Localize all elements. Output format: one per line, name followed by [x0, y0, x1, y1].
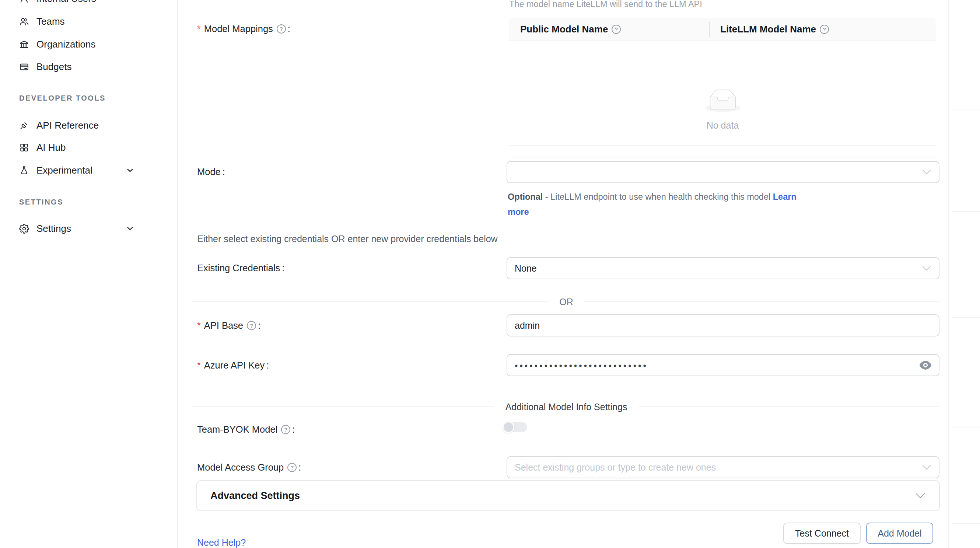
rail-line	[952, 427, 980, 428]
sidebar-item-internal-users[interactable]: Internal Users	[19, 0, 96, 9]
sidebar-item-api-reference[interactable]: API Reference	[19, 115, 99, 135]
existing-credentials-label: Existing Credentials:	[197, 262, 285, 274]
eye-icon[interactable]	[920, 361, 931, 370]
api-base-label: * API Base :	[197, 320, 261, 331]
existing-credentials-select[interactable]: None	[507, 257, 939, 279]
mode-select[interactable]	[507, 161, 939, 183]
empty-inbox-icon	[705, 89, 741, 112]
chevron-down-icon	[915, 492, 926, 499]
help-icon[interactable]	[281, 425, 290, 434]
select-placeholder: Select existing groups or type to create…	[515, 462, 716, 473]
user-icon	[19, 0, 29, 4]
sidebar-item-label: AI Hub	[37, 142, 66, 153]
sidebar: Internal Users Teams Organizations	[0, 0, 178, 548]
no-data-text: No data	[509, 120, 936, 131]
team-byok-toggle[interactable]	[503, 422, 527, 432]
content-right-border	[948, 0, 949, 548]
sidebar-item-budgets[interactable]: Budgets	[19, 56, 72, 77]
table-footer-line	[509, 146, 936, 158]
additional-settings-divider: Additional Model Info Settings	[193, 402, 939, 412]
mode-label: Mode:	[197, 166, 225, 177]
model-mappings-label: * Model Mappings :	[197, 23, 290, 34]
sidebar-item-label: Teams	[37, 16, 65, 27]
mode-helper-text: Optional - LiteLLM endpoint to use when …	[508, 190, 802, 220]
rail-line	[952, 109, 980, 110]
advanced-settings-title: Advanced Settings	[210, 490, 300, 502]
rail-line	[952, 317, 980, 318]
sidebar-item-experimental[interactable]: Experimental	[19, 160, 92, 181]
help-icon[interactable]	[612, 25, 621, 34]
sidebar-item-label: Budgets	[37, 61, 72, 73]
teams-icon	[19, 17, 29, 27]
required-asterisk: *	[197, 360, 201, 371]
column-litellm-model-name: LiteLLM Model Name	[709, 18, 936, 41]
test-connect-button[interactable]: Test Connect	[783, 523, 861, 544]
help-icon[interactable]	[287, 463, 297, 472]
chevron-down-icon	[922, 169, 931, 175]
api-base-value: admin	[515, 320, 540, 331]
rail-line	[952, 211, 980, 212]
sidebar-section-settings: SETTINGS	[19, 198, 64, 206]
gear-icon	[19, 224, 29, 234]
required-asterisk: *	[197, 320, 201, 331]
bank-icon	[19, 40, 29, 49]
table-empty-body: No data	[509, 41, 936, 146]
sidebar-item-label: API Reference	[37, 120, 99, 131]
sidebar-item-label: Settings	[37, 223, 71, 234]
toggle-knob	[503, 421, 514, 433]
grid-icon	[19, 143, 29, 153]
help-icon[interactable]	[820, 25, 829, 34]
add-model-page: Internal Users Teams Organizations	[0, 0, 980, 548]
model-mappings-table: Public Model Name LiteLLM Model Name	[509, 18, 936, 158]
sidebar-item-organizations[interactable]: Organizations	[19, 34, 95, 54]
advanced-settings-panel[interactable]: Advanced Settings	[196, 480, 940, 511]
credit-card-icon	[19, 62, 29, 72]
sidebar-item-teams[interactable]: Teams	[19, 11, 65, 32]
sidebar-section-developer-tools: DEVELOPER TOOLS	[19, 94, 106, 102]
masked-password: •••••••••••••••••••••••••••	[515, 361, 648, 371]
column-public-model-name: Public Model Name	[509, 18, 709, 41]
help-icon[interactable]	[277, 24, 286, 33]
add-model-button[interactable]: Add Model	[866, 523, 933, 544]
team-byok-label: Team-BYOK Model :	[197, 424, 295, 435]
chevron-down-icon	[922, 265, 931, 271]
or-divider: OR	[193, 297, 939, 307]
credentials-note: Either select existing credentials OR en…	[197, 234, 498, 244]
plug-icon	[19, 121, 29, 131]
chevron-down-icon	[922, 464, 931, 470]
sidebar-item-label: Experimental	[37, 165, 92, 176]
selected-value: None	[515, 263, 537, 274]
model-name-note: The model name LiteLLM will send to the …	[509, 0, 702, 9]
chevron-down-icon[interactable]	[125, 166, 135, 175]
required-asterisk: *	[197, 24, 201, 34]
azure-api-key-input[interactable]: •••••••••••••••••••••••••••	[507, 354, 939, 376]
sidebar-item-label: Organizations	[37, 39, 95, 50]
flask-icon	[19, 166, 29, 175]
table-header: Public Model Name LiteLLM Model Name	[509, 18, 936, 41]
rail-line	[952, 523, 980, 524]
model-access-group-select[interactable]: Select existing groups or type to create…	[507, 456, 939, 478]
azure-api-key-label: * Azure API Key :	[197, 360, 269, 371]
sidebar-item-ai-hub[interactable]: AI Hub	[19, 137, 66, 158]
add-model-form: The model name LiteLLM will send to the …	[178, 0, 980, 548]
help-icon[interactable]	[247, 321, 256, 330]
column-divider	[709, 22, 710, 37]
need-help-link[interactable]: Need Help?	[197, 537, 246, 548]
model-access-group-label: Model Access Group :	[197, 462, 301, 473]
chevron-down-icon[interactable]	[125, 224, 135, 233]
sidebar-item-settings[interactable]: Settings	[19, 218, 71, 239]
api-base-input[interactable]: admin	[507, 314, 939, 336]
sidebar-item-label: Internal Users	[37, 0, 96, 5]
